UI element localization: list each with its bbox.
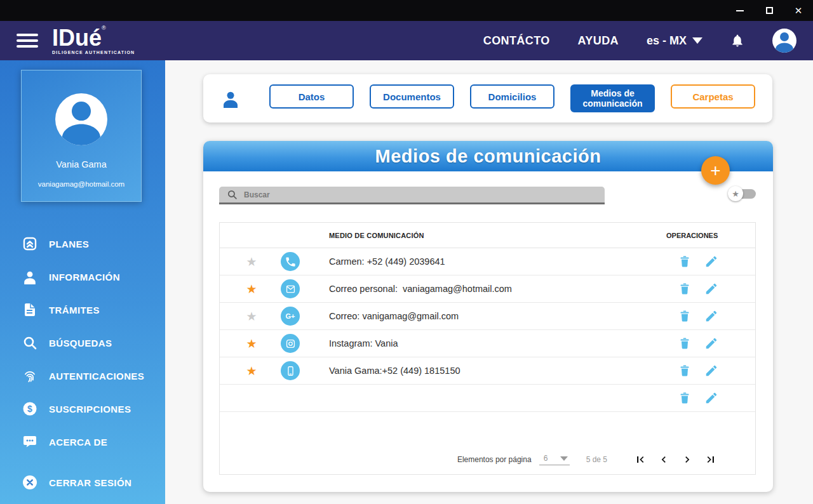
edit-button[interactable] [704, 255, 718, 269]
sidebar-menu: PLANESINFORMACIÓNTRÁMITESBÚSQUEDASAUTENT… [0, 202, 165, 458]
edit-button[interactable] [704, 364, 718, 378]
close-button[interactable]: ✕ [784, 0, 813, 21]
table-header-row: MEDIO DE COMUNICACIÓN OPERACIONES [220, 223, 755, 248]
minimize-button[interactable] [725, 0, 755, 21]
sidebar-item-suscripciones[interactable]: $SUSCRIPCIONES [0, 392, 165, 425]
nav-link-contact[interactable]: CONTÁCTO [483, 34, 550, 48]
person-icon [22, 269, 37, 284]
sidebar-item-label: TRÁMITES [49, 305, 100, 315]
fingerprint-icon [22, 368, 37, 383]
favorite-star-icon[interactable]: ★ [246, 310, 257, 322]
trash-icon [678, 397, 692, 407]
close-icon: ✕ [795, 6, 803, 15]
favorite-star-icon[interactable]: ★ [246, 283, 257, 295]
panel-title: Medios de comunicación [375, 146, 601, 167]
svg-text:$: $ [27, 404, 32, 414]
sidebar-item-tramites[interactable]: TRÁMITES [0, 293, 165, 326]
type-cell [271, 279, 310, 298]
tab-datos[interactable]: Datos [269, 84, 354, 109]
tab-medios-de-comunicacion[interactable]: Medios de comunicación [570, 84, 655, 112]
nav-link-help[interactable]: AYUDA [578, 34, 619, 48]
search-input[interactable] [244, 190, 597, 199]
delete-button[interactable] [678, 364, 692, 378]
sidebar-item-autenticaciones[interactable]: AUTENTICACIONES [0, 359, 165, 392]
favorite-star-icon[interactable]: ★ [246, 256, 257, 268]
delete-button[interactable] [678, 255, 692, 269]
maximize-button[interactable] [755, 0, 784, 21]
document-icon [22, 302, 37, 317]
logout-wrap: CERRAR SESIÓN [0, 466, 165, 499]
favorite-star-icon[interactable]: ★ [246, 338, 257, 350]
pencil-icon [704, 343, 718, 352]
sidebar-item-label: BÚSQUEDAS [49, 338, 112, 348]
type-cell [271, 361, 310, 380]
table-row: ★Correo personal: vaniagamag@hotmail.com [220, 275, 755, 303]
tab-documentos[interactable]: Documentos [370, 84, 454, 109]
edit-button[interactable] [704, 336, 718, 350]
language-selector[interactable]: es - MX [647, 34, 702, 48]
trash-icon [678, 288, 692, 298]
favorite-star-icon[interactable]: ★ [246, 365, 257, 377]
communication-panel: Medios de comunicación + ★ MEDIO DE COMU [203, 141, 773, 492]
delete-button[interactable] [678, 391, 692, 405]
pencil-icon [704, 370, 718, 380]
sidebar-item-acerca-de[interactable]: ACERCA DE [0, 425, 165, 458]
search-icon [227, 189, 238, 200]
sidebar-item-busquedas[interactable]: BÚSQUEDAS [0, 326, 165, 359]
operations-cell [666, 391, 755, 405]
mobile-icon [281, 361, 300, 380]
edit-button[interactable] [704, 282, 718, 296]
sidebar-item-informacion[interactable]: INFORMACIÓN [0, 260, 165, 293]
edit-button[interactable] [704, 309, 718, 323]
chevron-down-icon [692, 37, 702, 44]
language-value: es - MX [647, 34, 687, 48]
page-size-label: Elementos por página [457, 455, 532, 464]
delete-button[interactable] [678, 282, 692, 296]
panel-header: Medios de comunicación [203, 141, 773, 171]
search-field [219, 187, 605, 204]
tab-carpetas[interactable]: Carpetas [671, 84, 755, 109]
next-page-button[interactable] [681, 453, 694, 466]
sidebar-item-cerrar-sesion[interactable]: CERRAR SESIÓN [0, 466, 165, 499]
operations-cell [666, 336, 755, 350]
medium-text: Instagram: Vania [310, 338, 666, 348]
notifications-bell-icon[interactable] [730, 34, 744, 48]
column-header-medio: MEDIO DE COMUNICACIÓN [310, 232, 666, 239]
delete-button[interactable] [678, 336, 692, 350]
add-button[interactable]: + [701, 156, 730, 185]
table-row [220, 385, 755, 412]
medium-text: Carmen: +52 (449) 2039641 [310, 256, 666, 267]
sidebar-item-label: ACERCA DE [49, 437, 107, 448]
avatar[interactable] [772, 29, 796, 53]
type-cell [271, 252, 310, 271]
search-row: ★ [219, 187, 756, 204]
communication-table: MEDIO DE COMUNICACIÓN OPERACIONES ★Carme… [219, 222, 756, 475]
delete-button[interactable] [678, 309, 692, 323]
last-page-button[interactable] [704, 453, 717, 466]
sidebar-item-label: PLANES [49, 239, 89, 249]
edit-button[interactable] [704, 391, 718, 405]
favorites-filter-toggle[interactable]: ★ [728, 188, 756, 200]
pencil-icon [704, 261, 718, 270]
sidebar-item-label: AUTENTICACIONES [49, 371, 144, 381]
table-row: ★Instagram: Vania [220, 330, 755, 357]
profile-email: vaniagamag@hotmail.com [38, 180, 124, 188]
pencil-icon [704, 397, 718, 407]
star-cell: ★ [232, 256, 271, 268]
table-rows: ★Carmen: +52 (449) 2039641★Correo person… [220, 248, 755, 412]
pencil-icon [704, 288, 718, 298]
first-page-button[interactable] [634, 453, 647, 466]
trash-icon [678, 343, 692, 352]
sidebar-item-label: CERRAR SESIÓN [49, 477, 131, 488]
app-body: Vania Gama vaniagamag@hotmail.com PLANES… [0, 60, 813, 504]
profile-avatar [55, 93, 107, 145]
page-size-select[interactable]: 6 [539, 454, 570, 465]
pagination-nav [634, 453, 717, 466]
table-row: ★Vania Gama:+52 (449) 1815150 [220, 357, 755, 385]
hamburger-menu-icon[interactable] [17, 34, 38, 48]
tab-domicilios[interactable]: Domicilios [470, 84, 554, 109]
tabs: DatosDocumentosDomiciliosMedios de comun… [269, 84, 771, 112]
sidebar-item-planes[interactable]: PLANES [0, 227, 165, 260]
previous-page-button[interactable] [657, 453, 670, 466]
logo-text: IDué [52, 25, 102, 51]
